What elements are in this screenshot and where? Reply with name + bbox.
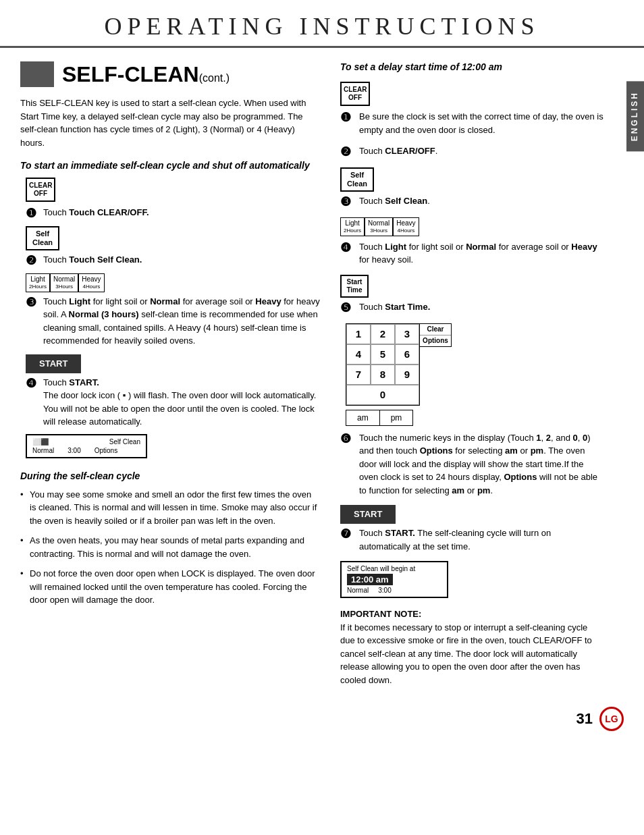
heavy-button[interactable]: Heavy4Hours [78, 273, 104, 292]
step2-text: Touch Touch Self Clean. [43, 253, 142, 267]
left-column: SELF-CLEAN(cont.) This SELF-CLEAN key is… [20, 61, 320, 686]
keypad-side-controls: Clear Options [420, 323, 452, 347]
page-footer: 31 LG [0, 700, 644, 738]
key-2[interactable]: 2 [371, 324, 395, 344]
display-icon: ⬜⬛ [32, 438, 49, 446]
right-step5-text: Touch Start Time. [359, 300, 430, 314]
page-title: OPERATING INSTRUCTIONS [0, 12, 644, 41]
page-header: OPERATING INSTRUCTIONS [0, 0, 644, 48]
main-content: SELF-CLEAN(cont.) This SELF-CLEAN key is… [0, 48, 644, 700]
lg-logo: LG [599, 707, 624, 731]
start-button[interactable]: START [26, 354, 81, 373]
right-step4-text: Touch Light for light soil or Normal for… [359, 240, 603, 267]
title-bar-decoration [20, 61, 54, 87]
display-options-label: Options [95, 447, 117, 454]
right-display-screen: Self Clean will begin at 12:00 am Normal… [340, 561, 448, 598]
key-8[interactable]: 8 [371, 365, 395, 385]
right-start-button[interactable]: START [340, 505, 396, 524]
right-heavy-button[interactable]: Heavy4Hours [393, 217, 419, 236]
during-bullet-3: Do not force the oven door open when LOC… [20, 567, 320, 607]
page-number: 31 [576, 710, 593, 728]
right-step-3: ❸ Touch Self Clean. [340, 194, 603, 209]
right-step-1-block: CLEAR OFF ❶ Be sure the clock is set wit… [340, 82, 603, 136]
left-step-4: ❹ Touch START.The door lock icon ( ▪ ) w… [26, 376, 320, 429]
right-display-cook-time: 3:00 [378, 587, 391, 594]
right-step3-text: Touch Self Clean. [359, 194, 430, 208]
normal-button[interactable]: Normal3Hours [50, 273, 78, 292]
right-step-4-block: ❹ Touch Light for light soil or Normal f… [340, 240, 603, 267]
right-clear-off-button[interactable]: CLEAR OFF [340, 82, 370, 106]
self-clean-button-container: Self Clean [26, 226, 320, 250]
right-light-button[interactable]: Light2Hours [340, 217, 365, 236]
during-bullet-2: As the oven heats, you may hear sounds o… [20, 534, 320, 560]
right-clear-off-container: CLEAR OFF [340, 82, 603, 106]
right-step6-text: Touch the numeric keys in the display (T… [359, 431, 603, 497]
key-0[interactable]: 0 [346, 385, 419, 405]
start-button-container: START [26, 354, 320, 373]
options-side-button[interactable]: Options [420, 335, 451, 346]
right-self-clean-button[interactable]: SelfClean [340, 167, 374, 192]
section-title-text: SELF-CLEAN(cont.) [62, 62, 230, 87]
light-button[interactable]: Light2Hours [26, 273, 50, 292]
right-step-7-block: ❼ Touch START. The self-cleaning cycle w… [340, 527, 603, 553]
during-bullet-1: You may see some smoke and smell an odor… [20, 488, 320, 528]
right-start-button-container: START [340, 505, 603, 524]
during-heading: During the self-clean cycle [20, 470, 320, 481]
key-9[interactable]: 9 [395, 365, 419, 385]
right-display-normal: Normal [347, 587, 369, 594]
right-step2-text: Touch CLEAR/OFF. [359, 144, 437, 158]
key-4[interactable]: 4 [346, 344, 371, 365]
soil-buttons-row: Light2Hours Normal3Hours Heavy4Hours [26, 273, 320, 292]
key-6[interactable]: 6 [395, 344, 419, 365]
keypad-grid: 1 2 3 4 5 6 7 8 9 0 [346, 323, 420, 406]
key-3[interactable]: 3 [395, 324, 419, 344]
display-begin-label: Self Clean will begin at [347, 565, 441, 572]
right-start-time-button[interactable]: StartTime [340, 275, 369, 298]
right-normal-button[interactable]: Normal3Hours [365, 217, 393, 236]
keypad-row-1: 1 2 3 [346, 324, 419, 344]
am-button[interactable]: am [346, 410, 380, 426]
left-sub-heading: To start an immediate self-clean cycle a… [20, 160, 320, 171]
keypad-row-3: 7 8 9 [346, 365, 419, 385]
left-step-2: ❷ Touch Touch Self Clean. [26, 253, 320, 268]
keypad-row-4: 0 [346, 385, 419, 405]
right-heading: To set a delay start time of 12:00 am [340, 61, 603, 72]
key-1[interactable]: 1 [346, 324, 371, 344]
important-note-title: IMPORTANT NOTE: [340, 609, 421, 619]
left-step-3: ❸ Touch Light for light soil or Normal f… [26, 295, 320, 348]
right-column: To set a delay start time of 12:00 am CL… [340, 61, 624, 686]
right-step-6: ❻ Touch the numeric keys in the display … [340, 431, 603, 497]
display-self-clean-label: Self Clean [109, 438, 140, 446]
left-step-1: ❶ Touch Touch CLEAR/OFF. [26, 206, 320, 221]
left-controls-group: CLEAR OFF ❶ Touch Touch CLEAR/OFF. Self … [26, 178, 320, 458]
key-5[interactable]: 5 [371, 344, 395, 365]
step3-text: Touch Light for light soil or Normal for… [43, 295, 320, 348]
during-section: During the self-clean cycle You may see … [20, 470, 320, 607]
right-step-5: ❺ Touch Start Time. [340, 300, 603, 315]
clear-side-button[interactable]: Clear [420, 324, 451, 335]
right-soil-buttons-row: Light2Hours Normal3Hours Heavy4Hours [340, 217, 603, 236]
right-step7-text: Touch START. The self-cleaning cycle wil… [359, 527, 603, 553]
step1-text: Touch Touch CLEAR/OFF. [43, 206, 149, 219]
right-step-6-block: ❻ Touch the numeric keys in the display … [340, 431, 603, 497]
section-title-block: SELF-CLEAN(cont.) [20, 61, 320, 87]
keypad-section: 1 2 3 4 5 6 7 8 9 0 [346, 323, 603, 426]
keypad-row-2: 4 5 6 [346, 344, 419, 365]
important-note-section: IMPORTANT NOTE: If it becomes necessary … [340, 608, 603, 686]
clear-off-button[interactable]: CLEAR OFF [26, 178, 55, 202]
key-7[interactable]: 7 [346, 365, 371, 385]
display-normal-label: Normal [32, 447, 54, 454]
self-clean-button[interactable]: Self Clean [26, 226, 59, 250]
keypad-container: 1 2 3 4 5 6 7 8 9 0 [346, 323, 603, 406]
step4-text: Touch START.The door lock icon ( ▪ ) wil… [43, 376, 320, 429]
right-step-7: ❼ Touch START. The self-cleaning cycle w… [340, 527, 603, 553]
pm-button[interactable]: pm [380, 410, 414, 426]
right-step-1: ❶ Be sure the clock is set with the corr… [340, 110, 603, 136]
ampm-row: am pm [346, 410, 603, 426]
right-step-2: ❷ Touch CLEAR/OFF. [340, 144, 603, 159]
display-time-highlight: 12:00 am [347, 574, 393, 585]
right-step-3-block: ❸ Touch Self Clean. [340, 194, 603, 209]
important-note-text: If it becomes necessary to stop or inter… [340, 621, 603, 687]
clear-off-button-container: CLEAR OFF [26, 178, 320, 202]
right-start-time-container: StartTime [340, 275, 603, 298]
